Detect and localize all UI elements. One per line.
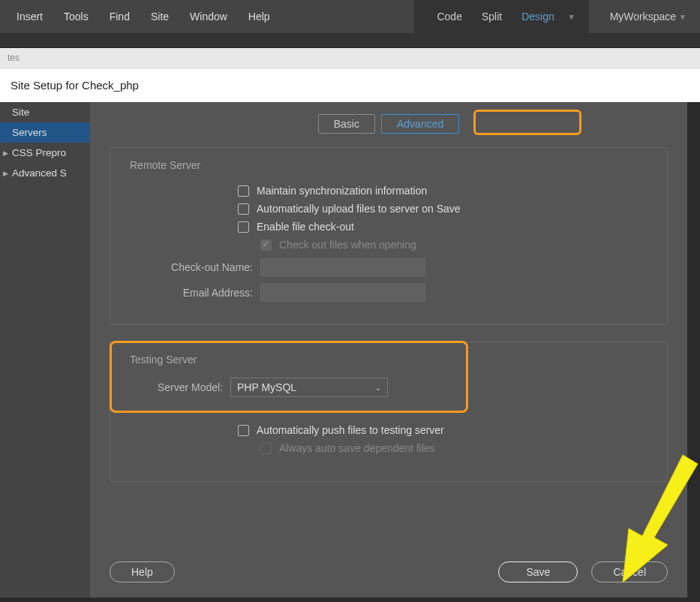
tab-advanced[interactable]: Advanced (381, 114, 459, 134)
tab-basic[interactable]: Basic (318, 114, 375, 134)
sidebar-item-label: CSS Prepro (12, 147, 66, 158)
workspace-label: MyWorkspace (610, 11, 676, 23)
testing-server-legend: Testing Server (125, 354, 201, 366)
save-button[interactable]: Save (498, 561, 578, 582)
checkout-name-input[interactable] (260, 258, 425, 276)
help-button[interactable]: Help (110, 561, 175, 582)
menu-find[interactable]: Find (99, 11, 140, 23)
server-model-label: Server Model: (125, 381, 223, 393)
dialog-sidebar: Site Servers ▶CSS Prepro ▶Advanced S (0, 102, 90, 597)
auto-save-dependent-checkbox (260, 443, 272, 454)
testing-server-fieldset: Testing Server Server Model: PHP MySQL ⌄… (110, 342, 668, 482)
maintain-sync-label: Maintain synchronization information (257, 185, 427, 197)
sidebar-item-label: Advanced S (12, 167, 67, 179)
server-model-value: PHP MySQL (237, 381, 296, 393)
sidebar-item-label: Servers (12, 127, 47, 138)
enable-checkout-label: Enable file check-out (257, 221, 354, 233)
site-setup-dialog: Site Servers ▶CSS Prepro ▶Advanced S Bas… (0, 102, 687, 597)
menu-site[interactable]: Site (140, 11, 179, 23)
dialog-title: Site Setup for Check_php (11, 79, 139, 92)
view-code-button[interactable]: Code (428, 8, 470, 26)
cancel-button[interactable]: Cancel (591, 561, 668, 582)
view-split-button[interactable]: Split (473, 8, 511, 26)
sidebar-item-servers[interactable]: Servers (0, 122, 90, 143)
maintain-sync-checkbox[interactable] (238, 185, 249, 197)
email-address-input[interactable] (260, 284, 425, 302)
menu-tools[interactable]: Tools (53, 11, 99, 23)
email-address-label: Email Address: (125, 287, 253, 299)
caret-down-icon: ▼ (679, 13, 686, 21)
menu-insert[interactable]: Insert (6, 11, 53, 23)
partial-tab-label: tes (8, 53, 20, 63)
auto-push-checkbox[interactable] (238, 425, 249, 436)
sidebar-item-site[interactable]: Site (0, 102, 90, 122)
menu-help[interactable]: Help (238, 11, 281, 23)
chevron-right-icon: ▶ (3, 149, 8, 157)
app-menubar: Insert Tools Find Site Window Help Code … (0, 0, 700, 33)
auto-upload-checkbox[interactable] (238, 203, 249, 215)
chevron-right-icon: ▶ (3, 170, 8, 177)
secondary-tab-strip (0, 33, 700, 48)
caret-down-icon[interactable]: ▼ (568, 13, 575, 21)
enable-checkout-checkbox[interactable] (238, 221, 249, 233)
checkout-when-opening-checkbox (260, 239, 272, 251)
auto-push-label: Automatically push files to testing serv… (257, 424, 444, 436)
sidebar-item-advanced-settings[interactable]: ▶Advanced S (0, 163, 90, 183)
view-switcher: Code Split Design ▼ (414, 0, 588, 33)
workspace-dropdown[interactable]: MyWorkspace ▼ (602, 8, 694, 26)
auto-upload-label: Automatically upload files to server on … (257, 203, 461, 215)
panel-tabs: Basic Advanced (110, 114, 668, 134)
chevron-down-icon: ⌄ (375, 384, 381, 392)
menu-window[interactable]: Window (179, 11, 238, 23)
document-tab-bar: tes (0, 48, 700, 69)
dialog-main-panel: Basic Advanced Remote Server Maintain sy… (90, 102, 687, 597)
checkout-name-label: Check-out Name: (125, 261, 253, 273)
sidebar-item-label: Site (12, 107, 29, 118)
remote-server-fieldset: Remote Server Maintain synchronization i… (110, 147, 668, 325)
sidebar-item-css-preprocessors[interactable]: ▶CSS Prepro (0, 143, 90, 163)
remote-server-legend: Remote Server (125, 159, 205, 171)
dialog-button-row: Help Save Cancel (110, 561, 668, 582)
checkout-when-opening-label: Check out files when opening (279, 239, 416, 251)
auto-save-dependent-label: Always auto save dependent files (279, 442, 435, 454)
view-design-button[interactable]: Design (512, 8, 563, 26)
server-model-dropdown[interactable]: PHP MySQL ⌄ (230, 378, 388, 397)
